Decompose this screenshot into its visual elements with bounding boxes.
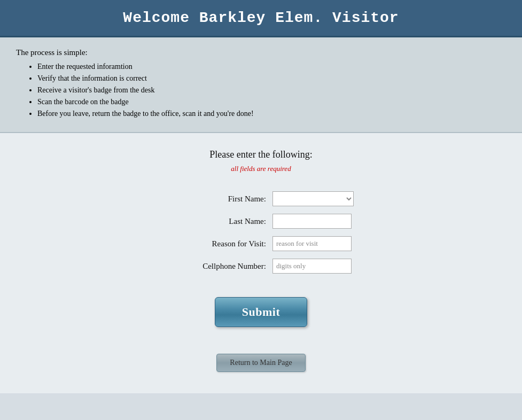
list-item: Scan the barcode on the badge <box>37 98 506 106</box>
first-name-input-cell <box>272 191 395 206</box>
cellphone-input-cell <box>272 259 395 274</box>
last-name-label: Last Name: <box>128 214 272 229</box>
submit-button[interactable]: Submit <box>215 297 307 327</box>
intro-steps-list: Enter the requested inforamtion Verify t… <box>37 63 506 118</box>
form-table: First Name: Last Name: Reason for Visit:… <box>128 184 395 281</box>
reason-input-cell <box>272 236 395 251</box>
form-subtitle: Please enter the following: <box>209 149 312 160</box>
form-section: Please enter the following: all fields a… <box>0 133 522 393</box>
cellphone-row: Cellphone Number: <box>128 259 395 274</box>
page-title: Welcome Barkley Elem. Visitor <box>11 10 511 26</box>
cellphone-input[interactable] <box>272 259 352 274</box>
list-item: Enter the requested inforamtion <box>37 63 506 71</box>
required-note: all fields are required <box>231 165 291 173</box>
reason-input[interactable] <box>272 236 352 251</box>
first-name-row: First Name: <box>128 191 395 206</box>
first-name-input[interactable] <box>272 191 354 206</box>
intro-section: The process is simple: Enter the request… <box>0 37 522 133</box>
reason-row: Reason for Visit: <box>128 236 395 251</box>
last-name-row: Last Name: <box>128 214 395 229</box>
list-item: Before you leave, return the badge to th… <box>37 110 506 118</box>
intro-lead: The process is simple: <box>16 48 506 57</box>
last-name-input[interactable] <box>272 214 352 229</box>
page-header: Welcome Barkley Elem. Visitor <box>0 0 522 37</box>
first-name-label: First Name: <box>128 191 272 206</box>
cellphone-label: Cellphone Number: <box>128 259 272 274</box>
last-name-input-cell <box>272 214 395 229</box>
reason-label: Reason for Visit: <box>128 236 272 251</box>
return-button[interactable]: Return to Main Page <box>216 354 305 372</box>
list-item: Receive a visitor's badge from the desk <box>37 86 506 95</box>
list-item: Verify that the information is correct <box>37 74 506 83</box>
